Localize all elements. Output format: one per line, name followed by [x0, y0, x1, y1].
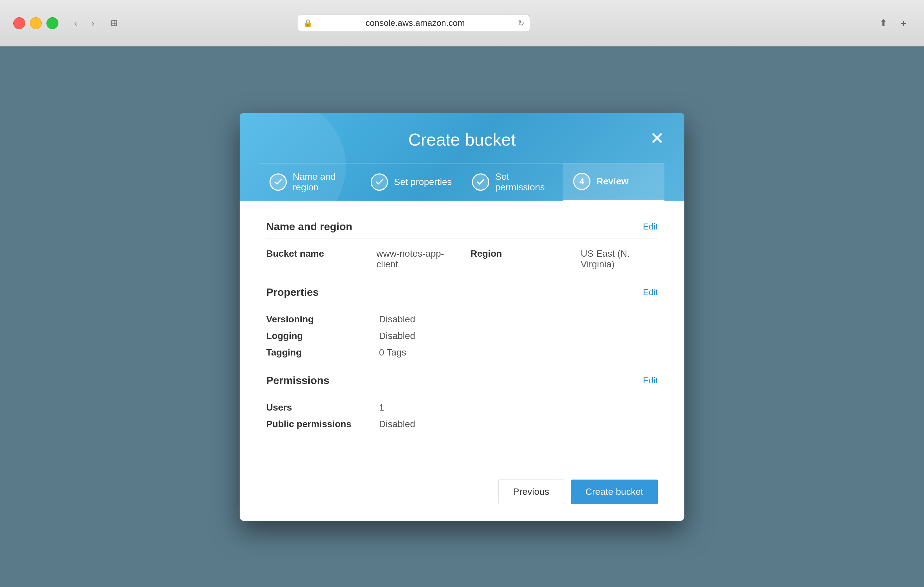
region-value: US East (N. Virginia) — [581, 248, 658, 270]
users-label: Users — [266, 402, 372, 413]
modal-title-row: Create bucket ✕ — [259, 130, 665, 150]
create-bucket-modal: Create bucket ✕ Name and region — [239, 113, 685, 521]
logging-value: Disabled — [379, 330, 415, 341]
region-group: Region US East (N. Virginia) — [470, 248, 658, 270]
bucket-name-value: www-notes-app-client — [376, 248, 457, 270]
step-2-label: Set properties — [394, 177, 452, 187]
modal-header: Create bucket ✕ Name and region — [239, 113, 685, 201]
step-1-icon — [269, 173, 287, 191]
traffic-lights — [13, 17, 58, 29]
step-3-icon — [472, 173, 489, 191]
bucket-name-row: Bucket name www-notes-app-client Region … — [266, 248, 658, 270]
reload-icon[interactable]: ↻ — [518, 18, 525, 28]
footer-divider — [266, 466, 658, 466]
create-bucket-button[interactable]: Create bucket — [571, 480, 658, 504]
logging-label: Logging — [266, 330, 372, 341]
modal-close-button[interactable]: ✕ — [650, 130, 665, 147]
users-value: 1 — [379, 402, 384, 413]
logging-row: Logging Disabled — [266, 330, 658, 341]
modal-title: Create bucket — [408, 130, 516, 150]
fullscreen-traffic-light[interactable] — [46, 17, 58, 29]
tagging-label: Tagging — [266, 347, 372, 358]
step-4-number: 4 — [579, 176, 584, 187]
forward-button[interactable]: › — [86, 16, 100, 31]
step-4-icon: 4 — [573, 173, 591, 190]
versioning-row: Versioning Disabled — [266, 314, 658, 325]
step-3-label: Set permissions — [495, 171, 553, 193]
versioning-value: Disabled — [379, 314, 415, 325]
steps-row: Name and region Set properties — [259, 163, 665, 201]
region-label: Region — [470, 248, 576, 259]
bucket-name-group: Bucket name www-notes-app-client — [266, 248, 457, 270]
properties-title: Properties — [266, 286, 318, 298]
permissions-edit-button[interactable]: Edit — [643, 375, 658, 386]
public-permissions-label: Public permissions — [266, 419, 372, 429]
back-button[interactable]: ‹ — [68, 16, 83, 31]
url-text[interactable]: console.aws.amazon.com — [316, 18, 515, 28]
step-4-label: Review — [596, 176, 629, 187]
permissions-section: Permissions Edit Users 1 Public permissi… — [266, 375, 658, 429]
permissions-header: Permissions Edit — [266, 375, 658, 392]
minimize-traffic-light[interactable] — [30, 17, 42, 29]
permissions-table: Users 1 Public permissions Disabled — [266, 402, 658, 429]
address-bar: 🔒 console.aws.amazon.com ↻ — [298, 15, 530, 32]
step-1-label: Name and region — [293, 171, 351, 193]
step-2-icon — [371, 173, 388, 191]
properties-table: Versioning Disabled Logging Disabled Tag… — [266, 314, 658, 358]
page-content: Create bucket ✕ Name and region — [0, 46, 924, 587]
share-button[interactable]: ⬆ — [876, 16, 891, 31]
modal-body: Name and region Edit Bucket name www-not… — [239, 201, 685, 466]
previous-button[interactable]: Previous — [498, 480, 564, 504]
properties-edit-button[interactable]: Edit — [643, 287, 658, 298]
public-permissions-value: Disabled — [379, 419, 415, 429]
name-region-section: Name and region Edit Bucket name www-not… — [266, 220, 658, 270]
step-name-region[interactable]: Name and region — [259, 163, 361, 201]
modal-footer: Previous Create bucket — [239, 466, 685, 521]
public-permissions-row: Public permissions Disabled — [266, 419, 658, 429]
users-row: Users 1 — [266, 402, 658, 413]
browser-chrome: ‹ › ⊞ 🔒 console.aws.amazon.com ↻ ⬆ ＋ — [0, 0, 924, 46]
bucket-name-label: Bucket name — [266, 248, 372, 259]
close-traffic-light[interactable] — [13, 17, 25, 29]
footer-buttons: Previous Create bucket — [266, 480, 658, 504]
add-tab-button[interactable]: ＋ — [896, 16, 911, 31]
nav-buttons: ‹ › — [68, 16, 100, 31]
properties-header: Properties Edit — [266, 286, 658, 304]
name-region-title: Name and region — [266, 220, 353, 233]
tagging-value: 0 Tags — [379, 347, 406, 358]
tagging-row: Tagging 0 Tags — [266, 347, 658, 358]
properties-section: Properties Edit Versioning Disabled Logg… — [266, 286, 658, 358]
name-region-header: Name and region Edit — [266, 220, 658, 238]
step-set-permissions[interactable]: Set permissions — [462, 163, 563, 201]
sidebar-button[interactable]: ⊞ — [107, 16, 122, 31]
step-set-properties[interactable]: Set properties — [361, 163, 462, 201]
browser-actions: ⬆ ＋ — [876, 16, 911, 31]
lock-icon: 🔒 — [304, 19, 312, 28]
name-region-edit-button[interactable]: Edit — [643, 222, 658, 232]
versioning-label: Versioning — [266, 314, 372, 325]
step-review[interactable]: 4 Review — [563, 163, 665, 201]
permissions-title: Permissions — [266, 375, 329, 387]
